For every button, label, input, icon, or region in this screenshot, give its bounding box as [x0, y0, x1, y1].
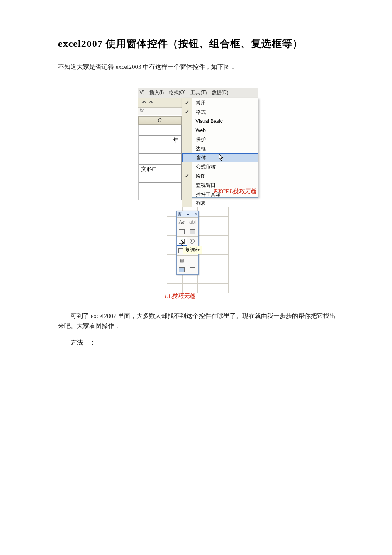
body-paragraph-2: 可到了 excel2007 里面，大多数人却找不到这个控件在哪里了。现在就由我一…	[58, 311, 338, 331]
left-column: ↶ ↷ fx C 年 文科□	[138, 98, 182, 198]
spinner-icon: ≣	[191, 258, 194, 263]
menu-item-visual-basic[interactable]: Visual Basic	[182, 117, 258, 126]
menu-item-protect[interactable]: 保护	[182, 135, 258, 144]
cell-text: 年	[173, 137, 179, 144]
para2-text: 可到了 excel2007 里面，大多数人却找不到这个控件在哪里了。现在就由我一…	[58, 313, 336, 329]
spreadsheet-cell[interactable]	[139, 125, 182, 136]
toolbars-dropdown-menu: ✓ 常用 ✓ 格式 Visual Basic Web	[182, 98, 258, 198]
spreadsheet-cell[interactable]	[139, 183, 182, 200]
tooltip-checkbox: 复选框	[183, 246, 202, 254]
menu-item-format[interactable]: ✓ 格式	[182, 108, 258, 117]
intro-paragraph: 不知道大家是否记得 excel2003 中有这样一个窗体控件，如下图：	[58, 62, 338, 72]
method-1-label: 方法一：	[71, 339, 95, 346]
menu-item-label: 绘图	[196, 173, 206, 180]
scrollbar-control-button[interactable]: ▤	[177, 256, 187, 265]
check-icon: ✓	[185, 100, 189, 106]
cursor-icon	[180, 239, 185, 248]
column-header-c[interactable]: C	[138, 116, 182, 125]
intro-text: 不知道大家是否记得 excel2003 中有这样一个窗体控件，如下图：	[58, 64, 236, 70]
textbox-icon: abl	[189, 219, 196, 225]
scrollbar-icon: ▤	[180, 258, 184, 263]
menu-item-label: 公式审核	[196, 164, 216, 171]
spinner-control-button[interactable]: ≣	[187, 256, 198, 265]
menubar-view[interactable]: V)	[140, 90, 145, 95]
properties-button[interactable]	[177, 265, 187, 274]
redo-icon[interactable]: ↷	[148, 99, 155, 106]
textbox-control-button[interactable]: abl	[187, 218, 198, 227]
menubar-tools[interactable]: 工具(T)	[190, 90, 207, 95]
window-icon: 窗	[178, 211, 182, 217]
menu-item-label: 保护	[196, 136, 206, 143]
menu-item-label: Web	[196, 127, 206, 133]
close-icon[interactable]: ×	[195, 212, 197, 217]
check-icon: ✓	[185, 109, 189, 115]
menu-item-label: 格式	[196, 109, 206, 116]
menu-item-label: 列表	[196, 200, 206, 207]
spreadsheet-cell-year[interactable]: 年	[139, 136, 182, 154]
label-control-button[interactable]: Aa	[177, 218, 187, 227]
menu-item-label: 常用	[196, 100, 206, 107]
page-title: excel2007 使用窗体控件（按钮、组合框、复选框等）	[58, 37, 338, 50]
menu-item-border[interactable]: 边框	[182, 144, 258, 153]
button-icon	[190, 229, 195, 234]
menu-item-forms[interactable]: 窗体	[182, 153, 258, 162]
radio-icon	[190, 239, 195, 244]
cell-text: 文科□	[141, 166, 156, 173]
spreadsheet-cell-wenke[interactable]: 文科□	[139, 165, 182, 183]
menu-item-label: Visual Basic	[196, 118, 223, 124]
menubar: V) 插入(I) 格式(O) 工具(T) 数据(D)	[138, 88, 258, 98]
menubar-data[interactable]: 数据(D)	[212, 90, 229, 95]
excel2003-menu-screenshot: V) 插入(I) 格式(O) 工具(T) 数据(D) ↶ ↷ fx C	[138, 88, 258, 198]
properties-icon	[179, 267, 185, 272]
check-icon: ✓	[185, 173, 189, 179]
menu-item-label: 监视窗口	[196, 182, 216, 189]
menu-item-label: 窗体	[196, 154, 206, 161]
figure-2-container: 窗 ▾ × Aa abl	[58, 207, 338, 294]
code-icon	[190, 267, 195, 272]
formula-bar-fx: fx	[138, 108, 182, 115]
cursor-icon	[219, 154, 224, 161]
spreadsheet-cell[interactable]	[139, 154, 182, 165]
watermark-text: EL技巧天地	[165, 293, 195, 300]
code-button[interactable]	[187, 265, 198, 274]
forms-toolbar-screenshot: 窗 ▾ × Aa abl	[167, 207, 229, 293]
optionbutton-control-button[interactable]	[187, 237, 197, 246]
undo-icon[interactable]: ↶	[141, 99, 147, 106]
document-page: excel2007 使用窗体控件（按钮、组合框、复选框等） 不知道大家是否记得 …	[0, 0, 392, 555]
menu-item-drawing[interactable]: ✓ 绘图	[182, 171, 258, 181]
method-1-heading: 方法一：	[58, 337, 338, 347]
dropdown-icon[interactable]: ▾	[187, 212, 189, 217]
toolbar: ↶ ↷	[138, 98, 182, 108]
menu-item-common[interactable]: ✓ 常用	[182, 98, 258, 108]
label-icon: Aa	[179, 219, 184, 225]
groupbox-control-button[interactable]	[177, 227, 187, 236]
menu-item-label: 边框	[196, 145, 206, 152]
button-control-button[interactable]	[187, 227, 198, 236]
watermark-text: EXCEL技巧天地	[214, 188, 256, 196]
groupbox-icon	[179, 229, 185, 234]
menubar-format[interactable]: 格式(O)	[169, 90, 186, 95]
figure-1-container: V) 插入(I) 格式(O) 工具(T) 数据(D) ↶ ↷ fx C	[58, 88, 338, 198]
panel-titlebar[interactable]: 窗 ▾ ×	[177, 211, 198, 217]
menu-item-formula-audit[interactable]: 公式审核	[182, 162, 258, 171]
menubar-insert[interactable]: 插入(I)	[149, 90, 164, 95]
menu-item-web[interactable]: Web	[182, 126, 258, 135]
